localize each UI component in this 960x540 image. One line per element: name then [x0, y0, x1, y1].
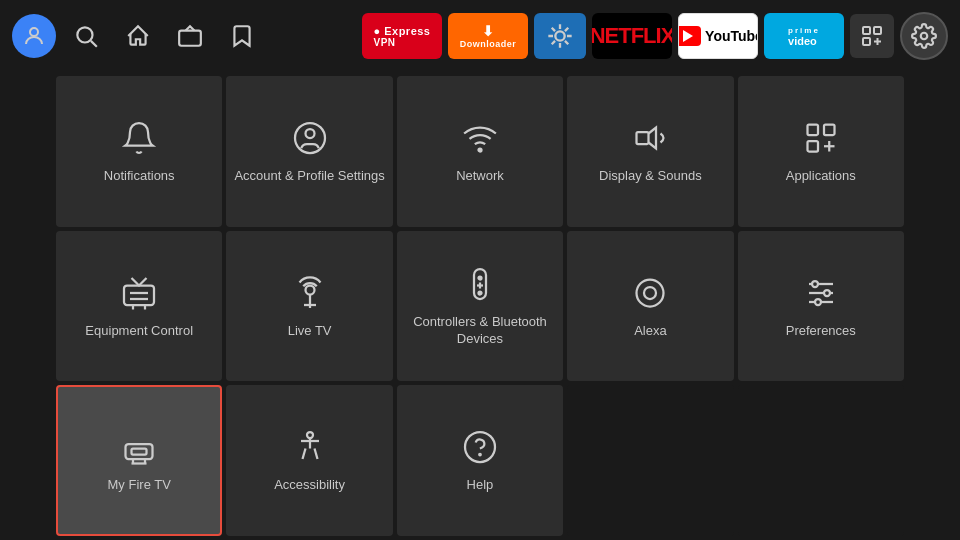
- antenna-icon: [290, 273, 330, 313]
- question-icon: [460, 427, 500, 467]
- svg-point-31: [637, 279, 664, 306]
- netflix-shortcut[interactable]: NETFLIX: [592, 13, 672, 59]
- svg-point-10: [921, 33, 928, 40]
- primevideo-shortcut[interactable]: prime video: [764, 13, 844, 59]
- app-grid-shortcut[interactable]: [850, 14, 894, 58]
- svg-point-37: [824, 290, 830, 296]
- svg-rect-15: [807, 124, 818, 135]
- generic-app-shortcut[interactable]: [534, 13, 586, 59]
- svg-point-38: [815, 299, 821, 305]
- svg-point-32: [644, 287, 656, 299]
- bell-icon: [119, 118, 159, 158]
- svg-point-44: [307, 432, 313, 438]
- svg-point-30: [478, 292, 481, 295]
- account-label: Account & Profile Settings: [234, 168, 384, 185]
- livetv-icon[interactable]: [168, 14, 212, 58]
- grid-item-notifications[interactable]: Notifications: [56, 76, 222, 227]
- svg-rect-7: [863, 38, 870, 45]
- grid-item-alexa[interactable]: Alexa: [567, 231, 733, 382]
- grid-item-help[interactable]: Help: [397, 385, 563, 536]
- svg-point-36: [812, 281, 818, 287]
- svg-rect-43: [132, 449, 147, 455]
- svg-rect-17: [807, 141, 818, 152]
- svg-rect-16: [824, 124, 835, 135]
- grid-item-empty1: [567, 385, 733, 536]
- expressvpn-shortcut[interactable]: ● Express VPN: [362, 13, 442, 59]
- alexa-label: Alexa: [634, 323, 667, 340]
- controllers-label: Controllers & Bluetooth Devices: [405, 314, 555, 348]
- grid-item-empty2: [738, 385, 904, 536]
- alexa-ring-icon: [630, 273, 670, 313]
- svg-point-12: [305, 129, 314, 138]
- topbar: ● Express VPN ⬇ Downloader NETFLIX: [0, 0, 960, 72]
- grid-item-applications[interactable]: Applications: [738, 76, 904, 227]
- svg-point-4: [555, 31, 564, 40]
- grid-item-my-fire-tv[interactable]: My Fire TV: [56, 385, 222, 536]
- settings-grid: Notifications Account & Profile Settings…: [0, 72, 960, 540]
- watchlist-icon[interactable]: [220, 14, 264, 58]
- remote-icon: [460, 264, 500, 304]
- app-grid-icon: [801, 118, 841, 158]
- svg-point-1: [77, 27, 92, 42]
- svg-point-45: [465, 432, 495, 462]
- applications-label: Applications: [786, 168, 856, 185]
- youtube-shortcut[interactable]: YouTube: [678, 13, 758, 59]
- grid-item-accessibility[interactable]: Accessibility: [226, 385, 392, 536]
- svg-point-25: [305, 285, 314, 294]
- svg-rect-14: [637, 132, 649, 144]
- preferences-label: Preferences: [786, 323, 856, 340]
- help-label: Help: [467, 477, 494, 494]
- svg-point-46: [479, 454, 481, 456]
- accessibility-label: Accessibility: [274, 477, 345, 494]
- my-fire-tv-label: My Fire TV: [108, 477, 171, 494]
- svg-rect-5: [863, 27, 870, 34]
- svg-point-0: [30, 28, 38, 36]
- svg-line-2: [91, 41, 97, 47]
- person-circle-icon: [290, 118, 330, 158]
- tv-icon: [119, 273, 159, 313]
- search-icon[interactable]: [64, 14, 108, 58]
- grid-item-equipment[interactable]: Equipment Control: [56, 231, 222, 382]
- sliders-icon: [801, 273, 841, 313]
- grid-item-display-sounds[interactable]: Display & Sounds: [567, 76, 733, 227]
- user-avatar[interactable]: [12, 14, 56, 58]
- svg-rect-6: [874, 27, 881, 34]
- svg-rect-3: [179, 31, 201, 46]
- grid-item-network[interactable]: Network: [397, 76, 563, 227]
- wifi-icon: [460, 118, 500, 158]
- livetv-label: Live TV: [288, 323, 332, 340]
- svg-rect-39: [126, 444, 153, 459]
- equipment-label: Equipment Control: [85, 323, 193, 340]
- svg-point-13: [478, 148, 481, 151]
- downloader-shortcut[interactable]: ⬇ Downloader: [448, 13, 528, 59]
- network-label: Network: [456, 168, 504, 185]
- svg-rect-20: [124, 285, 154, 305]
- grid-item-controllers[interactable]: Controllers & Bluetooth Devices: [397, 231, 563, 382]
- display-sounds-label: Display & Sounds: [599, 168, 702, 185]
- accessibility-icon: [290, 427, 330, 467]
- grid-item-preferences[interactable]: Preferences: [738, 231, 904, 382]
- home-icon[interactable]: [116, 14, 160, 58]
- settings-gear-icon[interactable]: [900, 12, 948, 60]
- notifications-label: Notifications: [104, 168, 175, 185]
- grid-item-account[interactable]: Account & Profile Settings: [226, 76, 392, 227]
- app-shortcuts: ● Express VPN ⬇ Downloader NETFLIX: [362, 12, 948, 60]
- firetv-icon: [119, 427, 159, 467]
- svg-point-27: [478, 277, 481, 280]
- speaker-icon: [630, 118, 670, 158]
- grid-item-livetv[interactable]: Live TV: [226, 231, 392, 382]
